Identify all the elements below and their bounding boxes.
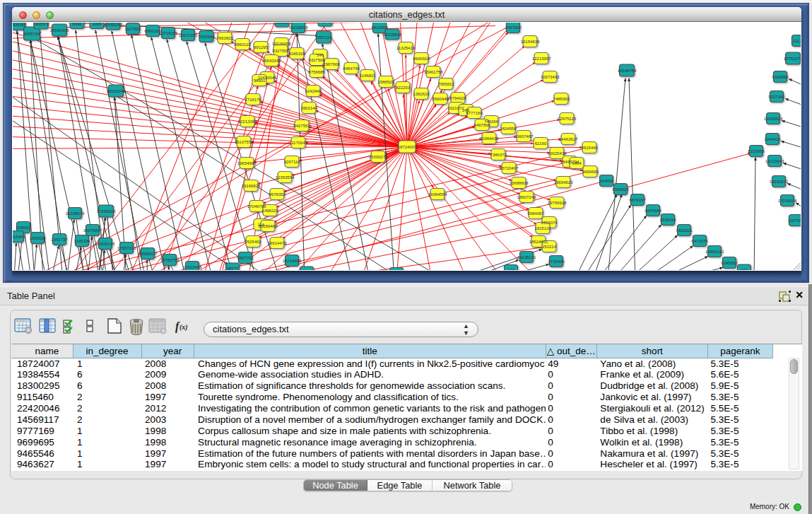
svg-text:12505135: 12505135: [96, 241, 115, 246]
svg-text:10973493: 10973493: [541, 74, 560, 79]
svg-text:2342737: 2342737: [51, 237, 68, 242]
svg-text:9329966: 9329966: [772, 74, 789, 79]
svg-text:9245652: 9245652: [721, 260, 738, 265]
svg-text:19384554: 19384554: [428, 192, 447, 197]
svg-text:1733426: 1733426: [548, 259, 565, 264]
svg-text:10671355: 10671355: [179, 33, 198, 37]
svg-text:14136141: 14136141: [517, 255, 536, 259]
svg-text:13226058: 13226058: [272, 41, 291, 46]
svg-text:173: 173: [507, 267, 515, 270]
svg-text:20691406: 20691406: [50, 28, 69, 33]
svg-text:7663822: 7663822: [216, 35, 233, 40]
svg-text:9084067: 9084067: [527, 211, 544, 216]
svg-text:19654985: 19654985: [237, 160, 257, 165]
svg-text:18807249: 18807249: [517, 194, 536, 199]
svg-text:6497568: 6497568: [473, 122, 490, 127]
svg-text:835061: 835061: [16, 225, 31, 230]
svg-text:6879197: 6879197: [629, 197, 646, 202]
svg-text:12353594: 12353594: [276, 175, 295, 180]
svg-text:7515540: 7515540: [198, 34, 215, 39]
svg-text:16107552: 16107552: [235, 139, 254, 144]
svg-text:9699695: 9699695: [582, 169, 599, 174]
svg-text:2636065: 2636065: [13, 23, 27, 27]
svg-text:14463627: 14463627: [559, 136, 578, 141]
svg-text:1527602: 1527602: [124, 26, 141, 31]
svg-text:1292: 1292: [302, 269, 312, 270]
svg-text:164095: 164095: [599, 178, 614, 183]
svg-text:252214: 252214: [542, 244, 557, 249]
svg-text:11124: 11124: [793, 38, 801, 43]
svg-text:18724007: 18724007: [398, 144, 417, 149]
svg-text:20053346: 20053346: [107, 88, 126, 93]
svg-text:10654112: 10654112: [705, 249, 724, 254]
svg-text:2967608: 2967608: [323, 62, 340, 66]
svg-text:12213369: 12213369: [238, 119, 257, 124]
svg-text:20206576: 20206576: [66, 211, 85, 216]
svg-text:822203: 822203: [396, 85, 411, 90]
svg-text:17016504: 17016504: [778, 198, 797, 203]
svg-text:1612074: 1612074: [541, 220, 558, 225]
svg-text:96577: 96577: [227, 266, 239, 270]
svg-text:2087682: 2087682: [505, 25, 522, 30]
svg-text:8678352: 8678352: [269, 192, 286, 197]
svg-text:16648784: 16648784: [618, 68, 637, 73]
svg-text:15692971: 15692971: [770, 179, 789, 184]
svg-text:12975115: 12975115: [558, 116, 577, 121]
svg-text:1156829: 1156829: [30, 235, 47, 240]
svg-text:117004: 117004: [291, 140, 305, 145]
svg-text:8427552: 8427552: [293, 123, 310, 128]
svg-text:10807487: 10807487: [514, 134, 534, 139]
svg-text:944: 944: [741, 267, 748, 270]
svg-text:7632621: 7632621: [676, 228, 693, 233]
svg-text:546: 546: [317, 52, 324, 57]
svg-text:9777169: 9777169: [466, 110, 483, 115]
svg-text:15720407: 15720407: [500, 165, 519, 170]
svg-text:19654923: 19654923: [554, 180, 573, 185]
svg-text:16961758: 16961758: [424, 69, 443, 74]
svg-text:16210643: 16210643: [765, 158, 784, 163]
svg-text:16782759: 16782759: [160, 257, 180, 262]
svg-text:9474444: 9474444: [645, 208, 661, 213]
svg-text:7625402: 7625402: [245, 239, 261, 244]
svg-text:8660123: 8660123: [234, 42, 251, 47]
svg-text:1145194: 1145194: [74, 238, 91, 243]
svg-text:15751074: 15751074: [784, 56, 801, 61]
svg-text:2803144: 2803144: [300, 105, 317, 110]
svg-text:9864: 9864: [572, 160, 582, 165]
svg-text:16914479: 16914479: [268, 240, 287, 245]
svg-text:12093823: 12093823: [764, 116, 783, 121]
svg-text:10719155: 10719155: [159, 30, 178, 35]
svg-text:3267110: 3267110: [284, 159, 301, 164]
svg-text:129: 129: [393, 269, 401, 270]
svg-text:7386372: 7386372: [490, 152, 507, 157]
svg-text:8215958: 8215958: [748, 148, 765, 153]
svg-text:1065: 1065: [92, 23, 102, 26]
svg-text:17957223: 17957223: [117, 245, 136, 250]
svg-text:1905572: 1905572: [33, 23, 49, 26]
svg-text:2718176: 2718176: [245, 97, 261, 102]
svg-text:9327506: 9327506: [272, 48, 289, 53]
svg-text:891295: 891295: [254, 45, 269, 49]
svg-text:7485063: 7485063: [553, 96, 570, 101]
svg-text:3915941: 3915941: [13, 234, 25, 239]
svg-text:12923468: 12923468: [183, 264, 202, 269]
svg-text:16154838: 16154838: [521, 39, 540, 44]
svg-text:19756928: 19756928: [548, 200, 567, 205]
svg-text:10688609: 10688609: [510, 180, 529, 185]
svg-text:15716485: 15716485: [283, 258, 302, 263]
svg-text:9242848: 9242848: [305, 88, 322, 93]
svg-text:8640910: 8640910: [413, 56, 430, 61]
svg-text:9515440: 9515440: [581, 145, 598, 150]
svg-text:1588520: 1588520: [377, 79, 394, 84]
svg-text:9227342: 9227342: [768, 94, 785, 99]
svg-text:1362615: 1362615: [413, 91, 430, 96]
svg-text:8186328: 8186328: [288, 51, 305, 56]
svg-text:10025438: 10025438: [548, 151, 567, 156]
svg-text:1167533: 1167533: [788, 218, 801, 223]
svg-text:19166825: 19166825: [242, 183, 261, 188]
svg-text:1244415: 1244415: [764, 136, 781, 141]
svg-text:8938923: 8938923: [612, 187, 629, 192]
svg-text:8471676: 8471676: [691, 238, 708, 243]
svg-text:25300275: 25300275: [369, 154, 388, 159]
svg-text:10655267: 10655267: [104, 23, 123, 27]
